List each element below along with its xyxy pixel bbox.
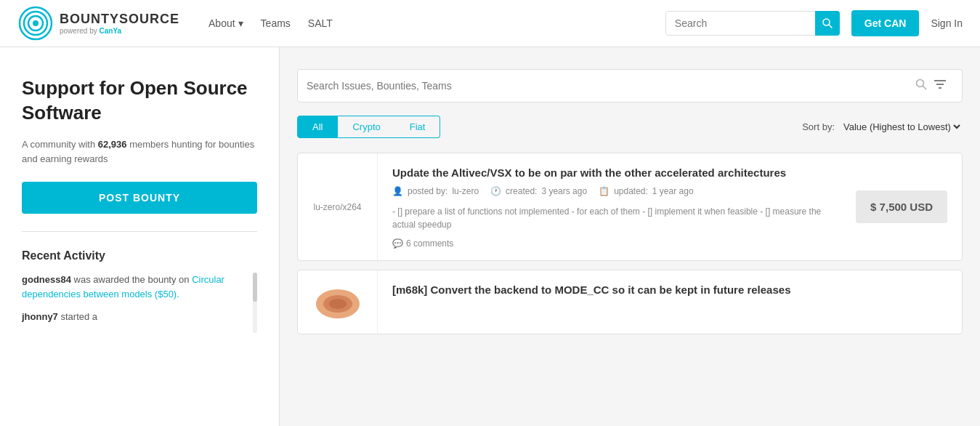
bounty-amount: $ 7,500 USD xyxy=(856,190,947,223)
header: BOUNTYSOURCE powered by CanYa About ▾ Te… xyxy=(0,0,980,47)
get-can-button[interactable]: Get CAN xyxy=(851,10,920,36)
bounty-body: [m68k] Convert the backend to MODE_CC so… xyxy=(378,270,962,334)
filter-tabs: All Crypto Fiat xyxy=(297,116,440,138)
logo-powered: powered by CanYa xyxy=(60,27,179,35)
search-input-wrapper xyxy=(665,11,840,36)
page-layout: Support for Open Source Software A commu… xyxy=(0,47,980,426)
chevron-down-icon: ▾ xyxy=(238,17,243,29)
sort-label: Sort by: xyxy=(802,121,835,132)
header-search-area xyxy=(665,11,840,36)
issue-search-input[interactable] xyxy=(307,70,915,102)
bounty-posted-by: 👤 posted by: lu-zero xyxy=(392,186,479,196)
sidebar-title: Support for Open Source Software xyxy=(22,76,257,126)
activity-scroll-area: godness84 was awarded the bounty on Circ… xyxy=(22,273,257,333)
nav-about[interactable]: About ▾ xyxy=(208,17,243,29)
filter-icon xyxy=(933,79,947,90)
bounty-updated: 📋 updated: 1 year ago xyxy=(599,186,693,196)
bounty-card: lu-zero/x264 Update the Altivec/VSX to b… xyxy=(297,153,963,261)
bounty-card: [m68k] Convert the backend to MODE_CC so… xyxy=(297,270,963,334)
activity-user: godness84 xyxy=(22,274,71,285)
sidebar: Support for Open Source Software A commu… xyxy=(0,47,280,426)
clock-icon: 🕐 xyxy=(490,186,501,196)
person-icon: 👤 xyxy=(392,186,403,196)
search-icon xyxy=(822,18,833,28)
logo-icon xyxy=(17,5,54,41)
scrollbar-thumb xyxy=(253,273,257,302)
logo-canya: CanYa xyxy=(99,27,121,35)
bounty-meta-row: 👤 posted by: lu-zero 🕐 created: 3 years … xyxy=(392,186,827,199)
member-count: 62,936 xyxy=(98,139,127,150)
post-bounty-button[interactable]: POST BOUNTY xyxy=(22,182,257,214)
calendar-icon: 📋 xyxy=(599,186,610,196)
issue-search-wrapper xyxy=(297,69,963,103)
sidebar-divider xyxy=(22,231,257,232)
tab-fiat[interactable]: Fiat xyxy=(395,116,441,138)
scrollbar-track[interactable] xyxy=(253,273,257,333)
nav-salt[interactable]: SALT xyxy=(308,17,333,29)
bounty-created: 🕐 created: 3 years ago xyxy=(490,186,587,196)
filter-tabs-row: All Crypto Fiat Sort by: Value (Highest … xyxy=(297,116,963,138)
filter-button[interactable] xyxy=(927,79,953,94)
bounty-comments: 💬 6 comments xyxy=(392,238,827,249)
bounty-repo: lu-zero/x264 xyxy=(298,153,378,260)
svg-point-13 xyxy=(329,299,347,309)
search-icon xyxy=(915,79,927,93)
svg-line-5 xyxy=(829,25,832,28)
svg-point-3 xyxy=(33,20,39,26)
sort-row: Sort by: Value (Highest to Lowest) xyxy=(802,121,963,133)
tab-crypto[interactable]: Crypto xyxy=(338,116,394,138)
sign-in-link[interactable]: Sign In xyxy=(931,17,963,29)
tab-all[interactable]: All xyxy=(297,116,338,138)
logo-text: BOUNTYSOURCE xyxy=(60,12,179,27)
svg-line-7 xyxy=(923,87,926,89)
bounty-title[interactable]: [m68k] Convert the backend to MODE_CC so… xyxy=(392,282,947,297)
list-item: godness84 was awarded the bounty on Circ… xyxy=(22,273,257,301)
main-content: All Crypto Fiat Sort by: Value (Highest … xyxy=(280,47,980,426)
recent-activity-title: Recent Activity xyxy=(22,249,257,262)
logo[interactable]: BOUNTYSOURCE powered by CanYa xyxy=(17,5,179,41)
bounty-amount-col: $ 7,500 USD xyxy=(841,153,962,260)
sidebar-description: A community with 62,936 members hunting … xyxy=(22,137,257,168)
bounty-repo-image xyxy=(298,270,378,334)
sort-select[interactable]: Value (Highest to Lowest) xyxy=(841,121,963,133)
nav-teams[interactable]: Teams xyxy=(261,17,291,29)
search-input[interactable] xyxy=(665,11,840,36)
bounty-body: Update the Altivec/VSX to be on par with… xyxy=(378,153,841,260)
activity-user: jhonny7 xyxy=(22,311,58,322)
search-button[interactable] xyxy=(815,11,840,36)
bounty-description: - [] prepare a list of functions not imp… xyxy=(392,205,827,231)
comment-icon: 💬 xyxy=(392,238,403,249)
bounty-logo-icon xyxy=(312,282,363,322)
list-item: jhonny7 started a xyxy=(22,310,257,324)
bounty-title[interactable]: Update the Altivec/VSX to be on par with… xyxy=(392,165,827,180)
main-nav: About ▾ Teams SALT xyxy=(208,17,665,29)
